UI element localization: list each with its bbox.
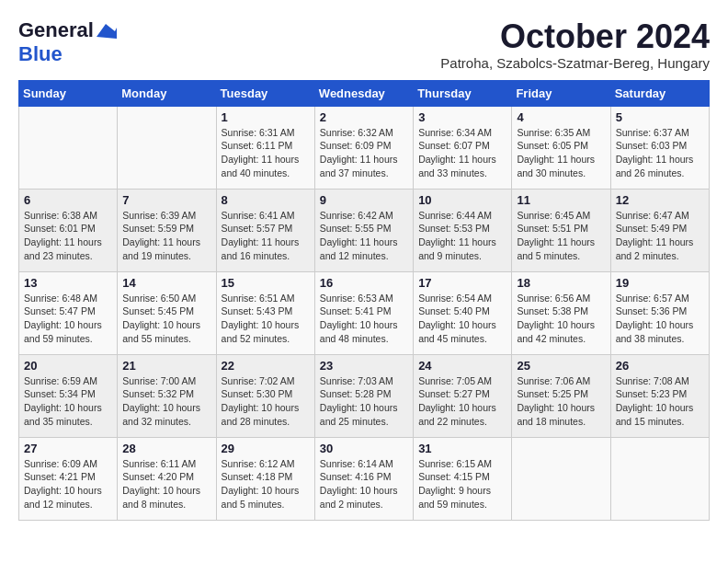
day-number: 2 bbox=[320, 110, 408, 124]
day-number: 23 bbox=[320, 359, 408, 373]
day-number: 6 bbox=[24, 193, 112, 207]
logo-general: General bbox=[18, 18, 94, 42]
calendar-week-row: 27Sunrise: 6:09 AM Sunset: 4:21 PM Dayli… bbox=[19, 437, 710, 520]
day-number: 10 bbox=[418, 193, 506, 207]
day-number: 22 bbox=[222, 359, 310, 373]
calendar-cell: 2Sunrise: 6:32 AM Sunset: 6:09 PM Daylig… bbox=[314, 106, 413, 189]
calendar-cell: 12Sunrise: 6:47 AM Sunset: 5:49 PM Dayli… bbox=[610, 189, 709, 271]
calendar-table: SundayMondayTuesdayWednesdayThursdayFrid… bbox=[18, 80, 710, 521]
calendar-cell: 3Sunrise: 6:34 AM Sunset: 6:07 PM Daylig… bbox=[414, 106, 512, 189]
calendar-cell bbox=[512, 437, 610, 520]
col-header-tuesday: Tuesday bbox=[216, 80, 314, 106]
day-info: Sunrise: 6:34 AM Sunset: 6:07 PM Dayligh… bbox=[418, 126, 506, 180]
calendar-cell: 8Sunrise: 6:41 AM Sunset: 5:57 PM Daylig… bbox=[216, 189, 314, 271]
calendar-cell: 22Sunrise: 7:02 AM Sunset: 5:30 PM Dayli… bbox=[216, 354, 314, 437]
location-subtitle: Patroha, Szabolcs-Szatmar-Bereg, Hungary bbox=[440, 55, 710, 71]
calendar-cell: 18Sunrise: 6:56 AM Sunset: 5:38 PM Dayli… bbox=[512, 271, 610, 354]
calendar-cell: 26Sunrise: 7:08 AM Sunset: 5:23 PM Dayli… bbox=[610, 354, 709, 437]
calendar-cell: 6Sunrise: 6:38 AM Sunset: 6:01 PM Daylig… bbox=[19, 189, 118, 271]
calendar-week-row: 20Sunrise: 6:59 AM Sunset: 5:34 PM Dayli… bbox=[19, 354, 710, 437]
day-number: 12 bbox=[616, 193, 704, 207]
calendar-cell: 10Sunrise: 6:44 AM Sunset: 5:53 PM Dayli… bbox=[414, 189, 512, 271]
day-info: Sunrise: 6:57 AM Sunset: 5:36 PM Dayligh… bbox=[616, 292, 704, 346]
day-number: 15 bbox=[222, 276, 310, 290]
day-info: Sunrise: 6:51 AM Sunset: 5:43 PM Dayligh… bbox=[222, 292, 310, 346]
calendar-cell bbox=[19, 106, 118, 189]
day-number: 19 bbox=[616, 276, 704, 290]
day-number: 8 bbox=[222, 193, 310, 207]
day-info: Sunrise: 7:05 AM Sunset: 5:27 PM Dayligh… bbox=[418, 374, 506, 429]
day-info: Sunrise: 6:39 AM Sunset: 5:59 PM Dayligh… bbox=[122, 209, 210, 263]
calendar-cell: 9Sunrise: 6:42 AM Sunset: 5:55 PM Daylig… bbox=[314, 189, 413, 271]
day-info: Sunrise: 6:35 AM Sunset: 6:05 PM Dayligh… bbox=[517, 126, 605, 180]
day-info: Sunrise: 6:56 AM Sunset: 5:38 PM Dayligh… bbox=[517, 292, 605, 346]
day-info: Sunrise: 6:12 AM Sunset: 4:18 PM Dayligh… bbox=[222, 457, 310, 511]
day-info: Sunrise: 6:38 AM Sunset: 6:01 PM Dayligh… bbox=[24, 209, 112, 263]
day-info: Sunrise: 6:59 AM Sunset: 5:34 PM Dayligh… bbox=[24, 374, 112, 429]
col-header-friday: Friday bbox=[512, 80, 610, 106]
calendar-cell: 11Sunrise: 6:45 AM Sunset: 5:51 PM Dayli… bbox=[512, 189, 610, 271]
day-number: 13 bbox=[24, 276, 112, 290]
day-number: 7 bbox=[122, 193, 210, 207]
day-info: Sunrise: 6:53 AM Sunset: 5:41 PM Dayligh… bbox=[320, 292, 408, 346]
day-number: 17 bbox=[418, 276, 506, 290]
title-block: October 2024 Patroha, Szabolcs-Szatmar-B… bbox=[440, 18, 710, 71]
calendar-cell bbox=[118, 106, 216, 189]
calendar-cell: 31Sunrise: 6:15 AM Sunset: 4:15 PM Dayli… bbox=[414, 437, 512, 520]
day-info: Sunrise: 6:54 AM Sunset: 5:40 PM Dayligh… bbox=[418, 292, 506, 346]
calendar-cell: 17Sunrise: 6:54 AM Sunset: 5:40 PM Dayli… bbox=[414, 271, 512, 354]
calendar-cell: 23Sunrise: 7:03 AM Sunset: 5:28 PM Dayli… bbox=[314, 354, 413, 437]
day-info: Sunrise: 6:32 AM Sunset: 6:09 PM Dayligh… bbox=[320, 126, 408, 180]
day-info: Sunrise: 6:50 AM Sunset: 5:45 PM Dayligh… bbox=[122, 292, 210, 346]
day-info: Sunrise: 7:08 AM Sunset: 5:23 PM Dayligh… bbox=[616, 374, 704, 429]
calendar-week-row: 13Sunrise: 6:48 AM Sunset: 5:47 PM Dayli… bbox=[19, 271, 710, 354]
svg-marker-0 bbox=[97, 24, 117, 39]
page-header: General Blue October 2024 Patroha, Szabo… bbox=[18, 18, 710, 71]
day-number: 9 bbox=[320, 193, 408, 207]
day-number: 18 bbox=[517, 276, 605, 290]
col-header-saturday: Saturday bbox=[610, 80, 709, 106]
month-title: October 2024 bbox=[440, 18, 710, 55]
day-number: 30 bbox=[320, 442, 408, 455]
day-number: 14 bbox=[122, 276, 210, 290]
calendar-cell: 13Sunrise: 6:48 AM Sunset: 5:47 PM Dayli… bbox=[19, 271, 118, 354]
day-info: Sunrise: 6:09 AM Sunset: 4:21 PM Dayligh… bbox=[24, 457, 112, 511]
day-info: Sunrise: 6:15 AM Sunset: 4:15 PM Dayligh… bbox=[418, 457, 506, 511]
day-info: Sunrise: 6:47 AM Sunset: 5:49 PM Dayligh… bbox=[616, 209, 704, 263]
day-number: 29 bbox=[222, 442, 310, 455]
calendar-cell: 24Sunrise: 7:05 AM Sunset: 5:27 PM Dayli… bbox=[414, 354, 512, 437]
day-number: 28 bbox=[122, 442, 210, 455]
calendar-cell: 15Sunrise: 6:51 AM Sunset: 5:43 PM Dayli… bbox=[216, 271, 314, 354]
calendar-cell: 19Sunrise: 6:57 AM Sunset: 5:36 PM Dayli… bbox=[610, 271, 709, 354]
calendar-cell: 28Sunrise: 6:11 AM Sunset: 4:20 PM Dayli… bbox=[118, 437, 216, 520]
col-header-wednesday: Wednesday bbox=[314, 80, 413, 106]
day-number: 1 bbox=[222, 110, 310, 124]
col-header-monday: Monday bbox=[118, 80, 216, 106]
day-info: Sunrise: 6:31 AM Sunset: 6:11 PM Dayligh… bbox=[222, 126, 310, 180]
day-number: 5 bbox=[616, 110, 704, 124]
calendar-cell: 29Sunrise: 6:12 AM Sunset: 4:18 PM Dayli… bbox=[216, 437, 314, 520]
col-header-sunday: Sunday bbox=[19, 80, 118, 106]
day-info: Sunrise: 7:06 AM Sunset: 5:25 PM Dayligh… bbox=[517, 374, 605, 429]
day-number: 20 bbox=[24, 359, 112, 373]
calendar-cell: 25Sunrise: 7:06 AM Sunset: 5:25 PM Dayli… bbox=[512, 354, 610, 437]
day-number: 27 bbox=[24, 442, 112, 455]
day-number: 4 bbox=[517, 110, 605, 124]
logo: General Blue bbox=[18, 18, 117, 66]
day-info: Sunrise: 7:00 AM Sunset: 5:32 PM Dayligh… bbox=[122, 374, 210, 429]
day-info: Sunrise: 6:14 AM Sunset: 4:16 PM Dayligh… bbox=[320, 457, 408, 511]
day-number: 31 bbox=[418, 442, 506, 455]
logo-blue: Blue bbox=[18, 42, 63, 65]
calendar-cell: 20Sunrise: 6:59 AM Sunset: 5:34 PM Dayli… bbox=[19, 354, 118, 437]
day-number: 11 bbox=[517, 193, 605, 207]
day-info: Sunrise: 6:11 AM Sunset: 4:20 PM Dayligh… bbox=[122, 457, 210, 511]
logo-icon bbox=[97, 24, 117, 39]
day-number: 3 bbox=[418, 110, 506, 124]
day-info: Sunrise: 7:03 AM Sunset: 5:28 PM Dayligh… bbox=[320, 374, 408, 429]
day-number: 26 bbox=[616, 359, 704, 373]
calendar-cell: 7Sunrise: 6:39 AM Sunset: 5:59 PM Daylig… bbox=[118, 189, 216, 271]
calendar-cell: 27Sunrise: 6:09 AM Sunset: 4:21 PM Dayli… bbox=[19, 437, 118, 520]
calendar-cell bbox=[610, 437, 709, 520]
calendar-cell: 4Sunrise: 6:35 AM Sunset: 6:05 PM Daylig… bbox=[512, 106, 610, 189]
day-info: Sunrise: 6:42 AM Sunset: 5:55 PM Dayligh… bbox=[320, 209, 408, 263]
